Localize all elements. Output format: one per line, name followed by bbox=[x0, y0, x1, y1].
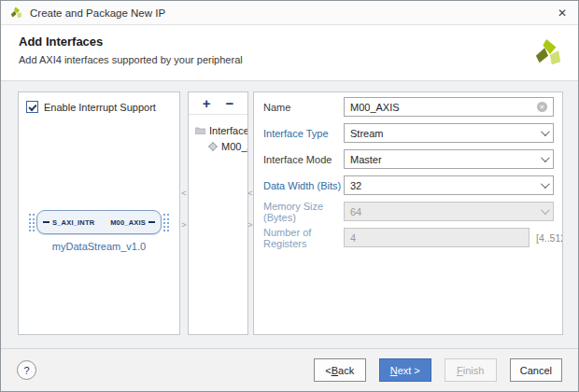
ip-block[interactable]: S_AXI_INTR M00_AXIS bbox=[36, 210, 162, 234]
interfaces-toolbar: + − bbox=[189, 92, 247, 115]
num-registers-label: Number of Registers bbox=[263, 227, 344, 249]
memory-size-label: Memory Size (Bytes) bbox=[263, 201, 344, 223]
page-subtitle: Add AXI4 interfaces supported by your pe… bbox=[19, 54, 578, 65]
interfaces-panel: + − Interfaces bbox=[188, 91, 248, 335]
num-registers-row: Number of Registers 4 [4..512] bbox=[263, 228, 554, 247]
name-label: Name bbox=[263, 102, 344, 113]
chevron-down-icon bbox=[541, 127, 550, 136]
name-field-wrap: ✕ bbox=[344, 97, 554, 117]
interface-mode-row: Interface Mode Master bbox=[263, 149, 554, 169]
finish-rest: inish bbox=[463, 365, 485, 376]
chevron-down-icon bbox=[541, 179, 550, 189]
interface-properties-panel: Name ✕ Interface Type Stream Interface M… bbox=[253, 91, 563, 335]
slave-port: S_AXI_INTR bbox=[43, 218, 94, 227]
cancel-button[interactable]: Cancel bbox=[510, 358, 562, 382]
slave-port-label: S_AXI_INTR bbox=[52, 218, 94, 227]
chevron-down-icon bbox=[541, 153, 550, 162]
main-area: Enable Interrupt Support S_AXI_INTR M00_… bbox=[1, 81, 578, 348]
tree-item-label: M00_AXIS bbox=[221, 141, 247, 152]
data-width-label[interactable]: Data Width (Bits) bbox=[263, 180, 344, 191]
back-rest: ack bbox=[338, 365, 354, 376]
enable-interrupt-row[interactable]: Enable Interrupt Support bbox=[19, 92, 179, 121]
tree-item-label: Interfaces bbox=[209, 125, 247, 136]
remove-interface-button[interactable]: − bbox=[226, 96, 234, 110]
ip-instance-name: myDataStream_v1.0 bbox=[52, 241, 146, 252]
next-rest: ext > bbox=[398, 365, 420, 376]
back-mnemonic: B bbox=[332, 365, 338, 376]
master-port: M00_AXIS bbox=[110, 218, 155, 227]
num-registers-value: 4 bbox=[350, 232, 356, 244]
left-selection-handle bbox=[29, 214, 35, 231]
num-registers-field: 4 bbox=[344, 228, 530, 247]
splitter-collapse-icon[interactable]: < bbox=[180, 189, 188, 198]
close-icon[interactable]: ✕ bbox=[546, 1, 578, 24]
create-and-package-new-ip-dialog: Create and Package New IP ✕ Add Interfac… bbox=[0, 0, 579, 392]
interface-type-label[interactable]: Interface Type bbox=[263, 128, 344, 139]
add-interface-button[interactable]: + bbox=[203, 96, 211, 110]
data-width-select[interactable]: 32 bbox=[344, 175, 554, 195]
interface-mode-value: Master bbox=[350, 154, 382, 165]
wizard-header: Add Interfaces Add AXI4 interfaces suppo… bbox=[1, 25, 578, 81]
xilinx-logo-icon bbox=[10, 7, 22, 19]
folder-icon bbox=[195, 126, 205, 134]
chevron-down-icon bbox=[541, 205, 550, 215]
window-title: Create and Package New IP bbox=[30, 7, 165, 19]
tree-item-interfaces[interactable]: Interfaces bbox=[195, 122, 247, 138]
back-button[interactable]: < Back bbox=[314, 358, 366, 382]
interface-type-value: Stream bbox=[350, 128, 383, 139]
next-mnemonic: N bbox=[390, 365, 398, 376]
name-row: Name ✕ bbox=[263, 97, 554, 117]
interface-mode-label: Interface Mode bbox=[263, 154, 344, 165]
memory-size-value: 64 bbox=[350, 206, 361, 217]
interrupt-checkbox-label: Enable Interrupt Support bbox=[44, 102, 156, 113]
port-pin-icon bbox=[148, 221, 155, 223]
master-port-label: M00_AXIS bbox=[110, 218, 146, 227]
interfaces-tree: Interfaces M00_AXIS bbox=[189, 115, 247, 154]
xilinx-logo bbox=[534, 38, 562, 66]
interface-mode-select[interactable]: Master bbox=[344, 149, 554, 169]
help-button[interactable]: ? bbox=[17, 360, 36, 380]
interface-type-select[interactable]: Stream bbox=[344, 123, 554, 143]
name-input[interactable] bbox=[350, 102, 537, 113]
registers-range-hint: [4..512] bbox=[536, 232, 563, 244]
port-pin-icon bbox=[43, 221, 49, 223]
data-width-value: 32 bbox=[350, 180, 361, 191]
finish-mnemonic: F bbox=[457, 365, 463, 376]
interface-type-row: Interface Type Stream bbox=[263, 123, 554, 143]
interface-form: Name ✕ Interface Type Stream Interface M… bbox=[254, 92, 562, 247]
right-selection-handle bbox=[163, 214, 169, 231]
next-button[interactable]: Next > bbox=[379, 358, 431, 382]
finish-button: Finish bbox=[445, 358, 497, 382]
diagram-panel: Enable Interrupt Support S_AXI_INTR M00_… bbox=[18, 91, 180, 335]
memory-size-row: Memory Size (Bytes) 64 bbox=[263, 202, 554, 221]
wizard-footer: ? < Back Next > Finish Cancel bbox=[1, 348, 578, 391]
tree-item-m00-axis[interactable]: M00_AXIS bbox=[208, 138, 247, 154]
clear-icon[interactable]: ✕ bbox=[537, 102, 547, 112]
splitter-expand-icon[interactable]: > bbox=[180, 221, 188, 230]
page-title: Add Interfaces bbox=[19, 35, 578, 49]
interrupt-checkbox[interactable] bbox=[26, 101, 38, 113]
ip-block-diagram: S_AXI_INTR M00_AXIS myDataStream_v1.0 bbox=[19, 210, 179, 252]
title-bar: Create and Package New IP ✕ bbox=[1, 1, 578, 25]
data-width-row: Data Width (Bits) 32 bbox=[263, 175, 554, 195]
wizard-buttons: < Back Next > Finish Cancel bbox=[314, 358, 562, 382]
memory-size-select: 64 bbox=[344, 202, 554, 221]
interface-icon bbox=[208, 142, 218, 151]
